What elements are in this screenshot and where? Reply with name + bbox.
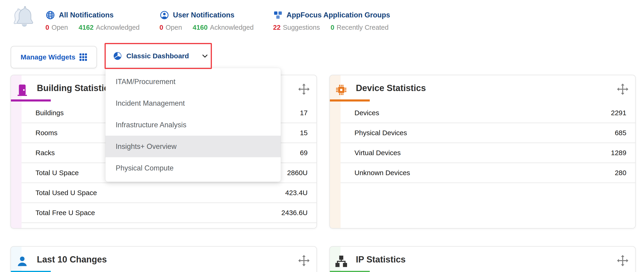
device-card-stripe [330,75,340,228]
chevron-down-icon [201,52,209,60]
appfocus-group: AppFocus Application Groups 22 Suggestio… [273,10,390,31]
menu-item-insights-overview[interactable]: Insights+ Overview [106,136,281,157]
user-open-label[interactable]: Open [166,24,182,31]
row-value: 15 [300,129,308,137]
all-ack-label[interactable]: Acknowledged [96,24,140,31]
menu-item-physical-compute[interactable]: Physical Compute [106,157,281,179]
appfocus-suggestions-label[interactable]: Suggestions [283,24,320,31]
user-notifications-group: User Notifications 0 Open 4160 Acknowled… [160,10,254,31]
row-label: Racks [36,149,55,157]
manage-widgets-button[interactable]: Manage Widgets [11,46,97,68]
row-label: Unknown Devices [354,169,410,177]
dashboard-page: All Notifications 0 Open 4162 Acknowledg… [0,0,644,272]
widget-device-statistics: Device Statistics Devices 2291 Physical … [330,75,636,229]
user-ack-count[interactable]: 4160 [193,24,208,31]
building-move-handle-icon[interactable] [298,83,310,95]
dashboard-selected-label: Classic Dashboard [126,52,189,60]
widget-ip-statistics: IP Statistics [330,246,636,272]
user-notifications-title: User Notifications [173,11,234,19]
menu-item-infrastructure-analysis[interactable]: Infrastructure Analysis [106,114,281,136]
dashboard-menu: ITAM/Procurement Incident Management Inf… [106,68,281,182]
ip-card-title: IP Statistics [356,254,406,264]
appfocus-suggestions-count[interactable]: 22 [273,24,280,31]
row-value: 280 [615,169,626,177]
row-value: 69 [300,149,308,157]
person-icon [16,254,29,268]
notifications-bell-icon [11,4,36,30]
device-move-handle-icon[interactable] [617,83,629,95]
all-ack-count[interactable]: 4162 [78,24,94,31]
all-open-label[interactable]: Open [52,24,68,31]
all-notifications-title: All Notifications [59,11,114,19]
row-label: Total Free U Space [36,209,95,217]
widget-last-10-changes: Last 10 Changes [10,246,317,272]
building-card-stripe [11,75,22,228]
manage-widgets-label: Manage Widgets [21,53,75,61]
table-row: Physical Devices 685 [340,123,635,143]
table-row: Virtual Devices 1289 [340,143,635,163]
row-value: 685 [615,129,626,137]
ip-move-handle-icon[interactable] [617,254,629,267]
menu-item-incident-management[interactable]: Incident Management [106,92,281,114]
globe-icon [46,10,55,20]
app-groups-icon [273,10,283,20]
building-card-title: Building Statistics [37,83,114,93]
row-value: 423.4U [285,189,308,197]
all-notifications-group: All Notifications 0 Open 4162 Acknowledg… [46,10,140,31]
row-label: Devices [354,109,379,117]
appfocus-recent-label[interactable]: Recently Created [336,24,388,31]
user-open-count[interactable]: 0 [160,24,163,31]
row-value: 2436.6U [282,209,308,217]
row-label: Buildings [36,109,64,117]
changes-move-handle-icon[interactable] [298,254,310,267]
changes-card-title: Last 10 Changes [37,254,107,264]
table-row: Unknown Devices 280 [340,163,635,183]
device-table: Devices 2291 Physical Devices 685 Virtua… [340,103,635,183]
ip-accent-bar [330,271,370,272]
user-ack-label[interactable]: Acknowledged [210,24,254,31]
table-row: Devices 2291 [340,103,635,123]
widgets-grid-icon [80,53,87,61]
row-value: 17 [300,109,308,117]
chip-icon [334,83,348,97]
device-accent-bar [330,99,370,101]
dashboard-pie-icon [113,51,122,61]
table-row: Total Used U Space 423.4U [22,183,316,203]
table-row: Total Free U Space 2436.6U [22,203,316,223]
row-value: 1289 [611,149,626,157]
all-open-count[interactable]: 0 [46,24,49,31]
row-label: Total U Space [36,169,79,177]
building-accent-bar [11,99,51,101]
row-label: Physical Devices [354,129,407,137]
row-value: 2860U [287,169,308,177]
device-card-title: Device Statistics [356,83,426,93]
appfocus-title: AppFocus Application Groups [286,11,390,19]
row-label: Total Used U Space [36,189,97,197]
appfocus-recent-count[interactable]: 0 [330,24,334,31]
door-icon [16,83,29,97]
row-label: Rooms [36,129,58,137]
dashboard-selector[interactable]: Classic Dashboard [113,48,209,64]
row-label: Virtual Devices [354,149,401,157]
network-icon [334,254,348,268]
changes-accent-bar [11,271,51,272]
menu-item-itam-procurement[interactable]: ITAM/Procurement [106,71,281,92]
user-circle-icon [160,10,169,20]
row-value: 2291 [611,109,626,117]
